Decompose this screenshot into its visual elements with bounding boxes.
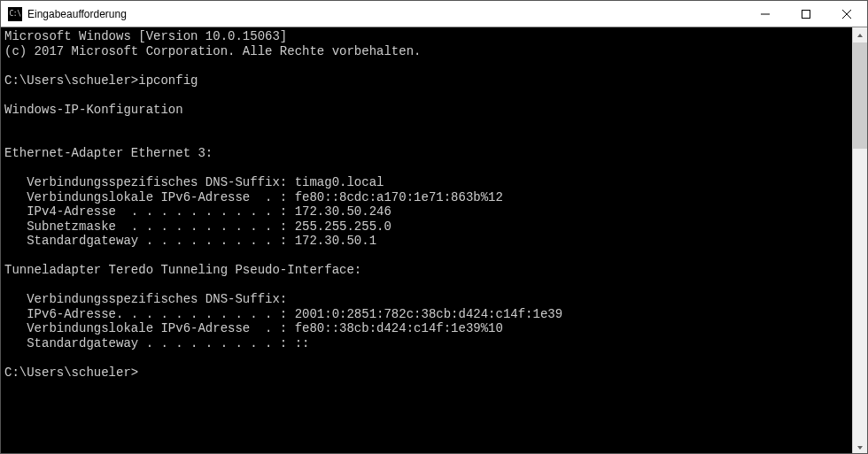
scroll-up-button[interactable] (853, 27, 867, 42)
svg-rect-1 (802, 10, 810, 18)
window-titlebar[interactable]: C:\ Eingabeaufforderung (1, 1, 867, 27)
minimize-button[interactable] (745, 1, 786, 27)
cmd-icon: C:\ (8, 7, 22, 21)
scroll-down-button[interactable] (853, 440, 867, 454)
terminal-area: Microsoft Windows [Version 10.0.15063] (… (1, 27, 867, 454)
vertical-scrollbar[interactable] (852, 27, 867, 454)
close-button[interactable] (826, 1, 867, 27)
window-title: Eingabeaufforderung (27, 8, 127, 20)
scrollbar-thumb[interactable] (853, 42, 867, 149)
scrollbar-track[interactable] (853, 42, 867, 440)
maximize-button[interactable] (786, 1, 826, 27)
terminal-output[interactable]: Microsoft Windows [Version 10.0.15063] (… (1, 27, 852, 454)
